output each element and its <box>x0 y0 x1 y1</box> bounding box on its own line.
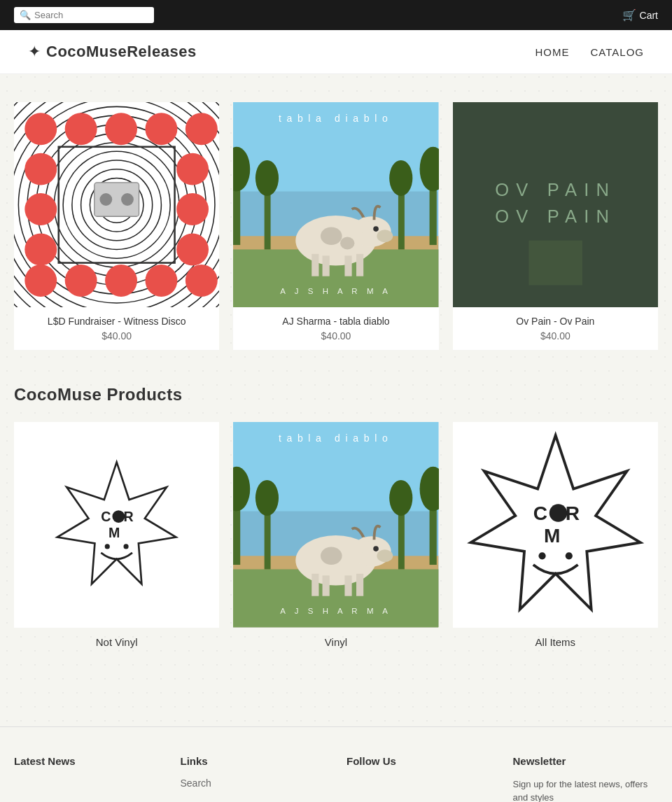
svg-point-58 <box>359 218 370 234</box>
svg-rect-51 <box>312 254 319 276</box>
svg-text:tabla diablo: tabla diablo <box>279 113 393 124</box>
svg-point-86 <box>255 480 279 516</box>
product-title-tabla: AJ Sharma - tabla diablo <box>241 316 430 327</box>
svg-text:A J   S H A R M A: A J S H A R M A <box>281 287 392 295</box>
footer-newsletter-title: Newsletter <box>513 755 659 767</box>
logo-text: CocoMuseReleases <box>46 43 197 61</box>
category-image-vinyl: tabla diablo A J S H A R M A <box>233 422 438 627</box>
svg-text:OV PAIN: OV PAIN <box>495 180 616 199</box>
category-card-vinyl[interactable]: tabla diablo A J S H A R M A Vinyl <box>233 422 438 656</box>
svg-text:tabla diablo: tabla diablo <box>279 432 393 444</box>
top-bar: 🔍 🛒 Cart <box>0 0 672 30</box>
svg-rect-52 <box>323 255 330 276</box>
svg-text:C: C <box>101 509 111 525</box>
product-price-tabla: $40.00 <box>241 330 430 342</box>
svg-point-84 <box>390 480 413 516</box>
svg-point-74 <box>123 544 128 549</box>
cart-link[interactable]: 🛒 Cart <box>622 8 658 22</box>
svg-text:R: R <box>123 509 133 525</box>
product-title-ovpain: Ov Pain - Ov Pain <box>461 316 650 327</box>
nav-home[interactable]: HOME <box>536 46 570 58</box>
svg-point-23 <box>24 265 57 297</box>
svg-point-32 <box>176 193 209 225</box>
site-header: ✦ CocoMuseReleases HOME CATALOG <box>0 30 672 74</box>
svg-point-31 <box>176 153 209 185</box>
product-info-ovpain: Ov Pain - Ov Pain $40.00 <box>453 307 658 350</box>
product-info-witness: L$D Fundraiser - Witness Disco $40.00 <box>14 307 219 350</box>
footer-news: Latest News <box>14 755 160 802</box>
products-section: CocoMuse Products C R M <box>14 385 658 656</box>
product-card-tabla[interactable]: tabla diablo A J S H A R M A AJ Sharma -… <box>233 102 438 350</box>
svg-point-20 <box>105 113 137 145</box>
search-input[interactable] <box>34 10 148 20</box>
category-card-allitems[interactable]: C R M All Items <box>453 422 658 656</box>
svg-point-73 <box>105 544 110 549</box>
album-art-witness <box>14 102 219 307</box>
svg-rect-54 <box>356 254 363 276</box>
product-card-ovpain[interactable]: OV PAIN OV PAIN Ov Pain - Ov Pain $40.00 <box>453 102 658 350</box>
footer-links-title: Links <box>181 755 326 767</box>
product-image-witness <box>14 102 219 307</box>
search-form[interactable]: 🔍 <box>14 7 154 23</box>
footer-follow: Follow Us <box>346 755 492 802</box>
footer-grid: Latest News Links Search Follow Us Newsl… <box>14 755 658 802</box>
svg-text:M: M <box>544 526 560 547</box>
svg-rect-88 <box>312 574 319 596</box>
svg-text:A J   S H A R M A: A J S H A R M A <box>281 607 392 616</box>
footer-link-search[interactable]: Search <box>181 778 326 789</box>
featured-products-grid: L$D Fundraiser - Witness Disco $40.00 <box>14 102 658 350</box>
cart-label: Cart <box>640 10 658 21</box>
category-card-notvinyl[interactable]: C R M Not Vinyl <box>14 422 219 656</box>
footer: Latest News Links Search Follow Us Newsl… <box>0 726 672 802</box>
nav-catalog[interactable]: CATALOG <box>591 46 644 58</box>
logo-star-icon: ✦ <box>28 43 41 61</box>
newsletter-desc: Sign up for the latest news, offers and … <box>513 778 659 802</box>
svg-point-56 <box>377 230 393 242</box>
svg-point-24 <box>65 265 97 297</box>
svg-point-37 <box>121 193 134 206</box>
svg-rect-66 <box>528 241 582 286</box>
product-card-witness[interactable]: L$D Fundraiser - Witness Disco $40.00 <box>14 102 219 350</box>
svg-text:OV PAIN: OV PAIN <box>495 206 616 226</box>
category-label-allitems: All Items <box>453 628 658 656</box>
svg-point-93 <box>377 550 393 563</box>
svg-point-94 <box>374 547 379 552</box>
footer-newsletter: Newsletter Sign up for the latest news, … <box>513 755 659 802</box>
footer-follow-title: Follow Us <box>346 755 492 767</box>
category-image-notvinyl: C R M <box>14 422 219 627</box>
svg-point-105 <box>538 553 545 560</box>
main-nav: HOME CATALOG <box>536 46 644 58</box>
cart-icon: 🛒 <box>622 8 636 22</box>
svg-point-36 <box>99 193 112 206</box>
svg-rect-91 <box>356 574 363 596</box>
footer-news-title: Latest News <box>14 755 160 767</box>
svg-point-19 <box>65 113 97 145</box>
category-image-allitems: C R M <box>453 422 658 627</box>
logo-link[interactable]: ✦ CocoMuseReleases <box>28 43 197 61</box>
svg-point-96 <box>321 547 342 565</box>
product-image-tabla: tabla diablo A J S H A R M A <box>233 102 438 307</box>
svg-point-27 <box>186 265 218 297</box>
svg-point-29 <box>24 193 57 225</box>
svg-point-28 <box>24 153 57 185</box>
svg-text:C: C <box>533 503 547 525</box>
category-label-notvinyl: Not Vinyl <box>14 628 219 656</box>
svg-point-25 <box>105 265 137 297</box>
main-content: L$D Fundraiser - Witness Disco $40.00 <box>0 74 672 726</box>
svg-point-102 <box>549 505 567 523</box>
svg-rect-53 <box>345 255 352 276</box>
product-price-witness: $40.00 <box>22 330 211 342</box>
svg-point-47 <box>390 160 413 196</box>
svg-point-33 <box>176 233 209 265</box>
svg-point-18 <box>24 113 57 145</box>
svg-point-95 <box>359 537 370 554</box>
footer-links: Links Search <box>181 755 326 802</box>
product-info-tabla: AJ Sharma - tabla diablo $40.00 <box>233 307 438 350</box>
svg-point-22 <box>186 113 218 145</box>
svg-point-106 <box>565 553 572 560</box>
product-title-witness: L$D Fundraiser - Witness Disco <box>22 316 211 327</box>
svg-text:R: R <box>565 503 579 525</box>
svg-point-59 <box>321 227 342 246</box>
svg-rect-90 <box>345 576 352 596</box>
svg-point-21 <box>145 113 177 145</box>
